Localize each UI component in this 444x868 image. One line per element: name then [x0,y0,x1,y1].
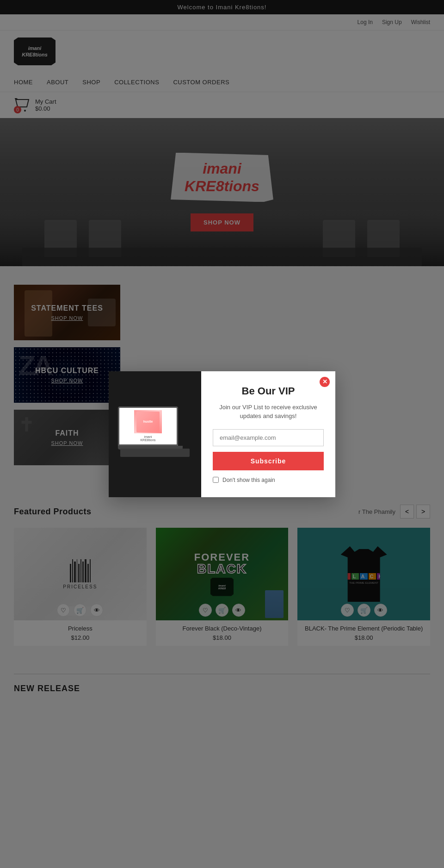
modal-dont-show-wrap: Don't show this again [213,477,324,483]
modal-title: Be Our VIP [213,385,324,397]
modal-laptop-side: hustle imaniKRE8tions [109,371,201,497]
laptop-illustration: hustle imaniKRE8tions [118,406,192,462]
modal-dont-show-checkbox[interactable] [213,477,219,483]
modal-content-side: ✕ Be Our VIP Join our VIP List to receiv… [201,371,335,497]
laptop-screen: hustle imaniKRE8tions [118,406,178,446]
modal-overlay[interactable]: hustle imaniKRE8tions ✕ Be Our VIP Join … [0,0,444,707]
vip-modal-box: hustle imaniKRE8tions ✕ Be Our VIP Join … [109,371,335,497]
modal-dont-show-label: Don't show this again [222,477,275,483]
modal-email-input[interactable] [213,429,324,446]
modal-close-button[interactable]: ✕ [320,377,330,387]
tee-preview: hustle [136,412,160,432]
laptop-screen-content: hustle imaniKRE8tions [134,410,162,442]
tee-preview-text: hustle [143,420,153,424]
modal-subtitle: Join our VIP List to receive exclusive u… [213,403,324,421]
modal-subscribe-button[interactable]: Subscribe [213,452,324,470]
laptop-keyboard [120,449,190,457]
laptop-screen-image: hustle [134,410,162,433]
laptop-screen-label: imaniKRE8tions [134,435,162,442]
